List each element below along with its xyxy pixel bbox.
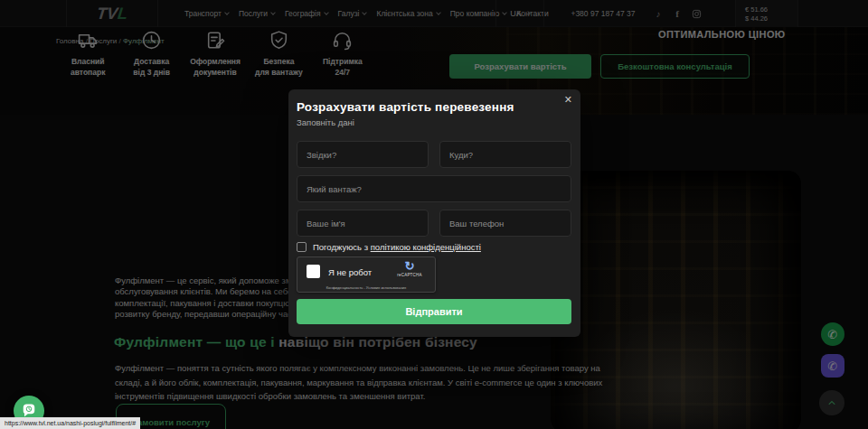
phone-input[interactable] — [439, 210, 571, 237]
name-input[interactable] — [297, 210, 429, 237]
page: TVL Транспорт Послуги Географія Галузі К… — [0, 0, 868, 429]
recaptcha-widget: Я не робот ↻ reCAPTCHA Конфиденциальност… — [297, 256, 436, 293]
to-input[interactable] — [439, 141, 571, 168]
recaptcha-terms: Конфиденциальность - Условия использован… — [297, 285, 435, 290]
privacy-policy-link[interactable]: політикою конфіденційності — [371, 242, 481, 252]
close-icon[interactable] — [564, 95, 572, 105]
submit-button[interactable]: Відправити — [297, 299, 571, 324]
modal-subtitle: Заповніть дані — [297, 117, 571, 127]
recaptcha-label: Я не робот — [328, 267, 372, 277]
consent-label: Погоджуюсь з політикою конфіденційності — [313, 242, 481, 252]
consent-checkbox[interactable] — [297, 242, 307, 252]
calculate-cost-modal: Розрахувати вартість перевезення Заповні… — [288, 89, 580, 337]
recaptcha-checkbox[interactable] — [307, 265, 320, 278]
cargo-input[interactable] — [297, 175, 571, 202]
status-bar-url: https://www.tvl.net.ua/nashi-poslugi/ful… — [0, 417, 140, 429]
from-input[interactable] — [297, 141, 429, 168]
recaptcha-logo-icon: ↻ reCAPTCHA — [391, 260, 429, 277]
consent-row: Погоджуюсь з політикою конфіденційності — [297, 242, 571, 252]
modal-title: Розрахувати вартість перевезення — [297, 100, 571, 114]
